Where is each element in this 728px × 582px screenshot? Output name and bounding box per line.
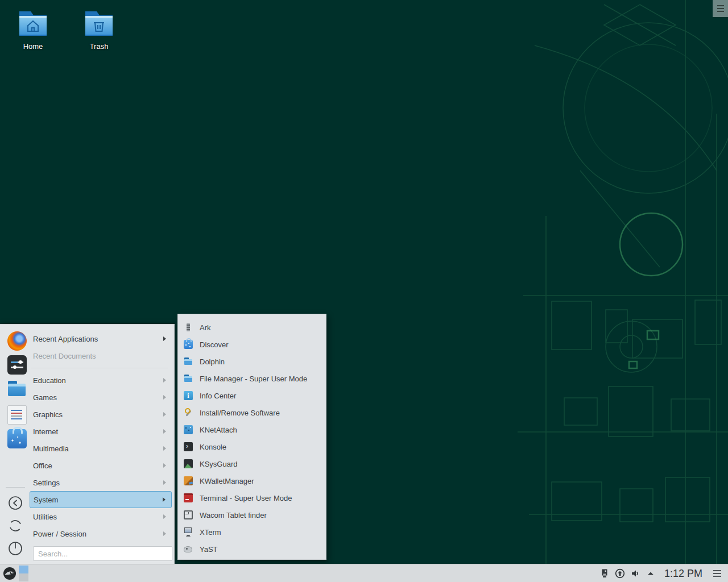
restart-icon[interactable] [7,518,23,534]
submenu-arrow-icon [163,429,166,434]
yast-icon [184,544,193,554]
knetattach-icon [184,425,193,434]
submenu-item-kwalletmanager[interactable]: KWalletManager [178,472,326,489]
submenu-item-info-center[interactable]: Info Center [178,387,326,404]
menu-item-label: Utilities [33,513,57,521]
terminal-superuser-icon [184,493,193,502]
go-back-icon[interactable] [7,495,23,511]
submenu-item-label: KSysGuard [200,460,237,468]
menu-item-power-session[interactable]: Power / Session [30,525,172,542]
shutdown-icon[interactable] [7,541,23,556]
desktop-icon-label: Trash [73,42,125,51]
search-input[interactable] [33,546,172,561]
software-updates-icon[interactable] [615,568,625,579]
submenu-item-konsole[interactable]: Konsole [178,438,326,455]
menu-item-label: Recent Documents [33,352,96,360]
home-folder-icon [17,8,49,38]
submenu-item-terminal-superuser[interactable]: Terminal - Super User Mode [178,489,326,506]
category-list: Recent Applications Recent Documents Edu… [30,330,172,542]
submenu-item-label: KNetAttach [200,426,237,434]
application-launcher-icon[interactable] [3,567,16,580]
submenu-arrow-icon [163,463,166,468]
menu-item-label: Office [33,462,52,470]
submenu-item-label: Install/Remove Software [200,409,280,417]
submenu-item-label: Info Center [200,392,236,400]
file-manager-superuser-icon [184,374,193,383]
menu-item-label: Education [33,376,66,385]
desktop-toolbox-icon[interactable] [713,0,728,17]
submenu-item-ksysguard[interactable]: KSysGuard [178,455,326,472]
menu-item-graphics[interactable]: Graphics [30,406,172,423]
submenu-item-wacom-tablet-finder[interactable]: Wacom Tablet finder [178,506,326,523]
desktop-root: Home Trash [0,0,728,582]
desktop-icon-home[interactable]: Home [7,8,59,51]
submenu-item-xterm[interactable]: XTerm [178,523,326,541]
application-menu: Recent Applications Recent Documents Edu… [0,324,175,564]
menu-item-education[interactable]: Education [30,372,172,389]
discover-icon[interactable] [7,429,27,448]
submenu-item-install-remove-software[interactable]: Install/Remove Software [178,404,326,421]
menu-item-label: Power / Session [33,530,86,538]
menu-item-multimedia[interactable]: Multimedia [30,440,172,457]
menu-item-office[interactable]: Office [30,457,172,474]
submenu-item-label: Wacom Tablet finder [200,511,267,519]
submenu-item-knetattach[interactable]: KNetAttach [178,421,326,438]
submenu-arrow-icon [163,531,166,536]
panel-menu-icon[interactable] [711,568,723,579]
submenu-arrow-icon [163,395,166,400]
clock[interactable]: 1:12 PM [661,568,706,580]
category-separator [30,364,172,372]
submenu-item-label: File Manager - Super User Mode [200,375,307,383]
menu-item-label: Recent Applications [33,335,98,343]
menu-item-games[interactable]: Games [30,389,172,406]
ksysguard-icon [184,459,193,468]
submenu-item-yast[interactable]: YaST [178,541,326,558]
submenu-item-dolphin[interactable]: Dolphin [178,353,326,370]
firefox-icon[interactable] [7,331,27,351]
menu-item-utilities[interactable]: Utilities [30,508,172,525]
submenu-item-label: KWalletManager [200,477,254,485]
submenu-item-ark[interactable]: Ark [178,319,326,336]
submenu-arrow-icon [163,480,166,485]
device-notifier-icon[interactable] [599,568,610,579]
system-tray: 1:12 PM [599,564,728,582]
menu-item-system[interactable]: System [30,491,172,508]
menu-item-settings[interactable]: Settings [30,474,172,491]
menu-item-label: Multimedia [33,444,69,453]
expand-tray-icon[interactable] [646,568,656,579]
submenu-item-discover[interactable]: Discover [178,336,326,353]
menu-item-recent-applications[interactable]: Recent Applications [30,330,172,347]
trash-folder-icon [83,8,115,38]
submenu-arrow-icon [163,412,166,417]
info-center-icon [184,391,193,400]
system-settings-icon[interactable] [7,355,27,375]
system-submenu: Ark Discover Dolphin File Manager - Supe… [177,314,326,560]
submenu-item-label: Discover [200,340,229,349]
desktop-icon-trash[interactable]: Trash [73,8,125,51]
menu-item-internet[interactable]: Internet [30,423,172,440]
volume-icon[interactable] [630,568,640,579]
menu-item-recent-documents[interactable]: Recent Documents [30,347,172,364]
taskbar: 1:12 PM [0,564,728,582]
pager-desktop-1[interactable] [19,566,28,573]
blueprint-artwork [364,0,728,582]
submenu-arrow-icon [163,497,166,502]
dolphin-icon [184,357,193,366]
virtual-desktop-pager[interactable] [19,566,28,581]
favorites-column [0,325,30,564]
submenu-arrow-icon [163,514,166,519]
file-manager-icon[interactable] [7,379,27,398]
submenu-item-label: XTerm [200,528,221,537]
favorites-separator [6,487,25,488]
submenu-arrow-icon [163,336,166,341]
pager-desktop-2[interactable] [19,573,28,581]
submenu-item-label: Konsole [200,443,226,451]
xterm-icon [184,527,193,537]
submenu-item-label: Dolphin [200,357,225,366]
submenu-item-file-manager-superuser[interactable]: File Manager - Super User Mode [178,370,326,387]
text-editor-icon[interactable] [7,405,27,425]
discover-icon [184,340,193,349]
menu-item-label: System [34,496,58,504]
menu-item-label: Graphics [33,410,63,419]
submenu-item-label: Terminal - Super User Mode [200,494,292,502]
